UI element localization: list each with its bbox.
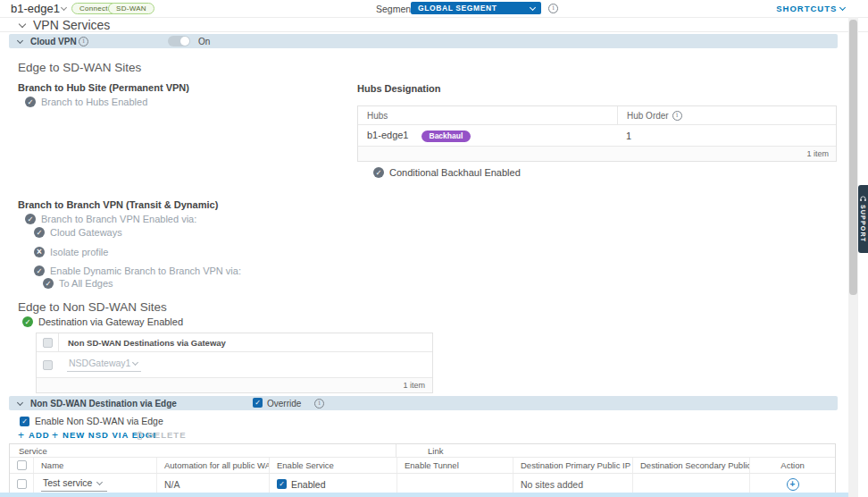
check-circle-icon bbox=[373, 167, 384, 178]
hubs-table-header: Hubs Hub Order bbox=[358, 106, 836, 124]
hubs-designation-table: Hubs Hub Order b1-edge1Backhaul 1 1 item bbox=[357, 105, 837, 162]
cloud-vpn-section-title: Cloud VPN bbox=[30, 37, 77, 46]
chevron-down-icon bbox=[96, 479, 103, 485]
enable-nsd-checkbox[interactable] bbox=[20, 417, 29, 426]
nsd-via-edge-section-title: Non SD-WAN Destination via Edge bbox=[30, 399, 177, 409]
edge-name-chevron-down-icon[interactable] bbox=[61, 4, 67, 11]
collapse-chevron-icon[interactable] bbox=[17, 400, 23, 406]
enable-service-checkbox[interactable] bbox=[277, 479, 287, 489]
b2b-enabled-via-label: Branch to Branch VPN Enabled via: bbox=[41, 214, 196, 224]
check-circle-icon bbox=[34, 265, 45, 276]
table-row[interactable]: Test service N/A Enabled No sites added bbox=[10, 473, 835, 494]
plus-icon: + bbox=[18, 431, 25, 440]
gateway-table-footer: 1 item bbox=[37, 377, 432, 392]
chevron-down-icon bbox=[839, 4, 846, 11]
segment-dropdown[interactable]: GLOBAL SEGMENT bbox=[411, 2, 541, 14]
delete-button[interactable]: DELETE bbox=[136, 430, 186, 440]
conditional-backhaul-label: Conditional Backhaul Enabled bbox=[389, 167, 521, 178]
add-button[interactable]: + ADD bbox=[18, 430, 50, 440]
override-label: Override bbox=[267, 399, 301, 409]
support-tab[interactable]: SUPPORT bbox=[858, 185, 868, 253]
bottom-scroll-strip bbox=[0, 493, 848, 497]
support-tab-label: SUPPORT bbox=[860, 205, 866, 242]
branch-to-hubs-enabled-item: Branch to Hubs Enabled bbox=[25, 97, 147, 107]
dest-secondary-column-header: Destination Secondary Public IP bbox=[632, 458, 749, 473]
select-all-checkbox[interactable] bbox=[17, 460, 27, 470]
sites-note-cell: No sites added bbox=[513, 474, 632, 494]
row-checkbox[interactable] bbox=[17, 479, 27, 489]
collapse-chevron-icon[interactable] bbox=[19, 21, 26, 28]
page-title-row: VPN Services bbox=[0, 17, 868, 32]
plus-icon: + bbox=[52, 431, 59, 440]
cloud-vpn-toggle-state: On bbox=[198, 37, 210, 46]
collapse-chevron-icon[interactable] bbox=[17, 38, 23, 44]
hub-order-label: Hub Order bbox=[627, 111, 669, 121]
gateway-destinations-table: Non SD-WAN Destinations via Gateway NSDG… bbox=[36, 333, 433, 393]
override-checkbox[interactable] bbox=[253, 398, 263, 408]
branch-to-branch-subheading: Branch to Branch VPN (Transit & Dynamic) bbox=[18, 199, 218, 210]
table-group-header: Service Link bbox=[10, 444, 835, 457]
cloud-vpn-toggle[interactable] bbox=[168, 36, 190, 46]
to-all-edges-label: To All Edges bbox=[59, 278, 113, 289]
service-name-dropdown[interactable]: Test service bbox=[41, 477, 107, 492]
shortcuts-menu[interactable]: SHORTCUTS bbox=[776, 4, 845, 13]
edge-name: b1-edge1 bbox=[11, 2, 60, 15]
backhaul-badge: Backhaul bbox=[421, 131, 472, 142]
enable-service-column-header: Enable Service bbox=[269, 458, 396, 473]
link-group-header: Link bbox=[396, 446, 835, 456]
add-button-label: ADD bbox=[29, 430, 50, 440]
gateway-name: NSDGateway1 bbox=[69, 358, 130, 368]
cloud-vpn-info-icon[interactable] bbox=[79, 37, 88, 46]
delete-button-label: DELETE bbox=[147, 430, 186, 440]
table-row[interactable]: b1-edge1Backhaul 1 bbox=[358, 124, 836, 146]
enabled-label: Enabled bbox=[291, 479, 326, 490]
check-circle-icon bbox=[25, 97, 36, 107]
edge-to-sdwan-heading: Edge to SD-WAN Sites bbox=[18, 61, 141, 74]
cloud-vpn-section-bar: Cloud VPN On bbox=[9, 34, 838, 48]
nsd-services-table: Service Link Name Automation for all pub… bbox=[9, 443, 836, 495]
check-circle-icon bbox=[43, 278, 54, 289]
segment-info-icon[interactable] bbox=[548, 4, 558, 13]
row-checkbox[interactable] bbox=[43, 360, 53, 370]
hub-order-cell: 1 bbox=[617, 131, 836, 141]
select-all-checkbox[interactable] bbox=[43, 338, 53, 348]
add-site-circle-plus-icon[interactable] bbox=[787, 478, 799, 491]
service-name: Test service bbox=[43, 477, 92, 488]
shortcuts-label: SHORTCUTS bbox=[776, 4, 837, 13]
vertical-scrollbar-thumb[interactable] bbox=[849, 20, 857, 295]
name-column-header: Name bbox=[33, 458, 156, 473]
edge-to-non-sdwan-heading: Edge to Non SD-WAN Sites bbox=[18, 300, 167, 314]
headset-icon bbox=[860, 196, 866, 202]
hubs-designation-title: Hubs Designation bbox=[357, 83, 441, 94]
branch-to-hubs-enabled-label: Branch to Hubs Enabled bbox=[41, 97, 147, 107]
b2b-enabled-via-item: Branch to Branch VPN Enabled via: bbox=[25, 214, 196, 224]
hubs-column-header: Hubs bbox=[358, 111, 617, 121]
enable-tunnel-column-header: Enable Tunnel bbox=[396, 458, 513, 473]
dynamic-b2b-label: Enable Dynamic Branch to Branch VPN via: bbox=[50, 265, 241, 276]
segment-dropdown-value: GLOBAL SEGMENT bbox=[418, 4, 497, 13]
sdwan-type-badge: SD-WAN bbox=[108, 3, 154, 14]
conditional-backhaul-item: Conditional Backhaul Enabled bbox=[373, 167, 521, 178]
service-group-header: Service bbox=[10, 444, 396, 457]
enable-nsd-label: Enable Non SD-WAN via Edge bbox=[35, 416, 163, 426]
chevron-down-icon bbox=[530, 4, 536, 11]
enable-nsd-via-edge-item: Enable Non SD-WAN via Edge bbox=[20, 416, 163, 426]
page-title: VPN Services bbox=[33, 18, 110, 32]
override-info-icon[interactable] bbox=[314, 399, 324, 409]
branch-to-hub-subheading: Branch to Hub Site (Permanent VPN) bbox=[18, 82, 189, 93]
gateway-dropdown[interactable]: NSDGateway1 bbox=[67, 358, 141, 372]
trash-icon bbox=[136, 431, 144, 440]
nsd-via-edge-section-bar: Non SD-WAN Destination via Edge Override bbox=[9, 396, 838, 410]
automation-column-header: Automation for all public WAN Links bbox=[156, 458, 269, 473]
dest-secondary-cell bbox=[632, 474, 749, 494]
action-column-header: Action bbox=[749, 458, 835, 473]
destination-via-gateway-label: Destination via Gateway Enabled bbox=[38, 316, 183, 327]
hub-name: b1-edge1 bbox=[367, 130, 409, 140]
table-row[interactable]: NSDGateway1 bbox=[37, 352, 432, 377]
top-bar: b1-edge1 Connected SD-WAN Segment: GLOBA… bbox=[0, 0, 868, 18]
hub-order-info-icon[interactable] bbox=[672, 111, 682, 121]
gateway-column-header: Non SD-WAN Destinations via Gateway bbox=[59, 338, 226, 348]
hubs-table-footer: 1 item bbox=[358, 146, 836, 161]
destination-via-gateway-item: Destination via Gateway Enabled bbox=[22, 316, 183, 327]
check-circle-icon bbox=[34, 227, 45, 238]
